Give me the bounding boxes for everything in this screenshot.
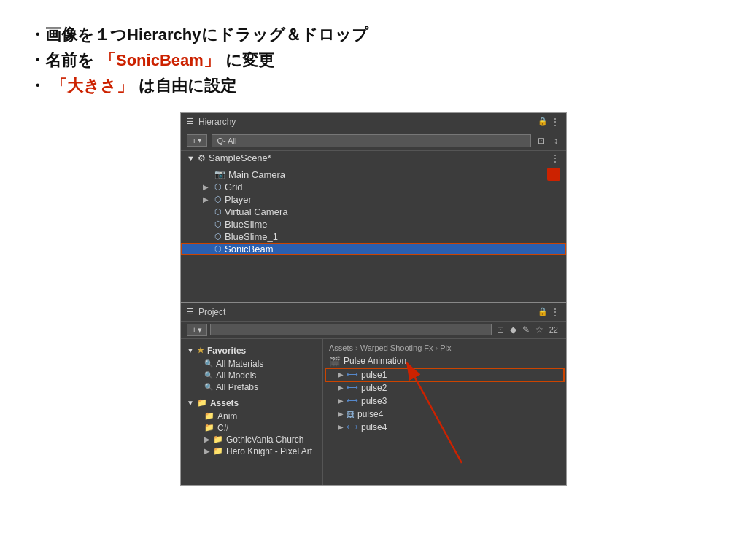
csharp-folder-icon: 📁 xyxy=(204,423,214,432)
project-all-prefabs[interactable]: 🔍 All Prefabs xyxy=(181,381,322,393)
screenshot-area: ☰ Hierarchy 🔒 ⋮ + ▾ ⊡ ↕ xyxy=(29,112,718,545)
anim-folder-icon: 📁 xyxy=(204,411,214,421)
search-icon-prefabs: 🔍 xyxy=(204,383,213,391)
hierarchy-item-blueslime[interactable]: ⬡ BlueSlime xyxy=(181,218,566,230)
project-all-models[interactable]: 🔍 All Models xyxy=(181,370,322,381)
project-breadcrumb: Assets › Warped Shooting Fx › Pix xyxy=(323,342,566,354)
pulse2-label: pulse2 xyxy=(361,383,387,393)
all-materials-label: All Materials xyxy=(216,359,263,369)
project-add-icon: + xyxy=(192,325,196,334)
camera-icon: 📷 xyxy=(214,169,225,179)
sonicbeam-icon: ⬡ xyxy=(214,244,222,254)
hierarchy-panel: ☰ Hierarchy 🔒 ⋮ + ▾ ⊡ ↕ xyxy=(181,113,566,303)
search-icon-materials: 🔍 xyxy=(204,359,213,368)
blueslime-icon: ⬡ xyxy=(214,219,222,229)
project-gothicvania-folder[interactable]: ▶ 📁 GothicVania Church xyxy=(181,434,322,446)
project-pulse1[interactable]: ▶ ⟷ pulse1 xyxy=(323,368,566,381)
grid-icon: ⬡ xyxy=(214,182,222,192)
project-header-icons: 🔒 ⋮ xyxy=(538,306,560,318)
project-filter1-icon[interactable]: ⊡ xyxy=(495,324,506,335)
project-right-panel: Assets › Warped Shooting Fx › Pix 🎬 Puls… xyxy=(323,339,566,485)
project-anim-folder[interactable]: 📁 Anim xyxy=(181,411,322,422)
gothicvania-expand[interactable]: ▶ xyxy=(204,435,210,443)
hierarchy-search-input[interactable] xyxy=(212,134,531,147)
hierarchy-item-grid[interactable]: ▶ ⬡ Grid xyxy=(181,181,566,193)
breadcrumb-pix: Pix xyxy=(440,343,451,352)
all-models-label: All Models xyxy=(216,370,256,381)
hierarchy-item-main-camera[interactable]: 📷 Main Camera xyxy=(181,168,566,181)
pulse4a-expand[interactable]: ▶ xyxy=(338,410,344,418)
project-all-materials[interactable]: 🔍 All Materials xyxy=(181,358,322,370)
breadcrumb-assets: Assets xyxy=(329,343,353,352)
blueslime1-icon: ⬡ xyxy=(214,232,222,241)
project-add-dropdown: ▾ xyxy=(198,325,202,335)
project-pulse2[interactable]: ▶ ⟷ pulse2 xyxy=(323,381,566,394)
project-add-button[interactable]: + ▾ xyxy=(187,324,207,336)
pulse4b-icon: ⟷ xyxy=(347,422,358,432)
bullet-highlight-3: 「大きさ」 xyxy=(51,73,133,98)
heroknight-expand[interactable]: ▶ xyxy=(204,447,210,455)
bullet-item-2: ・名前を 「SonicBeam」 に変更 xyxy=(29,47,718,73)
project-header: ☰ Project 🔒 ⋮ xyxy=(181,303,566,322)
hierarchy-menu-icon: ☰ xyxy=(187,117,194,126)
hierarchy-add-button[interactable]: + ▾ xyxy=(187,134,207,147)
project-search-input[interactable] xyxy=(210,324,491,335)
gothicvania-folder-icon: 📁 xyxy=(213,435,223,444)
heroknight-folder-icon: 📁 xyxy=(213,446,223,456)
camera-badge xyxy=(547,168,560,181)
pulse4b-label: pulse4 xyxy=(361,422,387,432)
project-toolbar: + ▾ ⊡ ◆ ✎ ☆ 22 xyxy=(181,322,566,339)
lock-icon: 🔒 xyxy=(538,117,548,126)
favorites-header: ▼ ★ Favorites xyxy=(181,343,322,358)
scene-expand-arrow[interactable]: ▼ xyxy=(187,154,195,163)
bullet-text-3b: は自由に設定 xyxy=(139,73,236,98)
pulse1-expand[interactable]: ▶ xyxy=(338,370,344,378)
hierarchy-content: 📷 Main Camera ▶ ⬡ Grid ▶ ⬡ Player xyxy=(181,166,566,302)
pulse4a-icon: 🖼 xyxy=(347,410,355,419)
project-csharp-folder[interactable]: 📁 C# xyxy=(181,422,322,434)
blueslime1-label: BlueSlime_1 xyxy=(225,231,278,242)
player-icon: ⬡ xyxy=(214,195,222,204)
bullet-section: ・画像を１つHierarchyにドラッグ＆ドロップ ・名前を 「SonicBea… xyxy=(29,22,718,99)
project-badge-count: 22 xyxy=(547,324,560,335)
hierarchy-item-virtual-camera[interactable]: ⬡ Virtual Camera xyxy=(181,206,566,218)
vcam-label: Virtual Camera xyxy=(225,206,287,217)
project-filter2-icon[interactable]: ◆ xyxy=(508,324,519,335)
player-label: Player xyxy=(225,194,252,205)
assets-expand[interactable]: ▼ xyxy=(187,399,194,407)
hierarchy-sort-icon[interactable]: ↕ xyxy=(551,135,560,147)
bullet-text-2b: に変更 xyxy=(225,47,274,73)
pulse3-expand[interactable]: ▶ xyxy=(338,397,344,405)
scene-dots-icon[interactable]: ⋮ xyxy=(550,152,560,164)
three-dots-icon[interactable]: ⋮ xyxy=(550,116,560,128)
project-filter3-icon[interactable]: ✎ xyxy=(520,324,532,335)
project-filter4-icon[interactable]: ☆ xyxy=(533,324,546,335)
sonicbeam-label: SonicBeam xyxy=(225,244,273,254)
hierarchy-item-blueslime1[interactable]: ⬡ BlueSlime_1 xyxy=(181,230,566,243)
pulse2-expand[interactable]: ▶ xyxy=(338,384,344,392)
pulse4b-expand[interactable]: ▶ xyxy=(338,423,344,431)
assets-label: Assets xyxy=(210,398,239,408)
bullet-item-1: ・画像を１つHierarchyにドラッグ＆ドロップ xyxy=(29,22,718,47)
pulse1-label: pulse1 xyxy=(361,370,387,380)
project-heroknight-folder[interactable]: ▶ 📁 Hero Knight - Pixel Art xyxy=(181,446,322,457)
bullet-text-1: ・画像を１つHierarchyにドラッグ＆ドロップ xyxy=(29,22,368,47)
search-icon-models: 🔍 xyxy=(204,371,213,379)
project-title: Project xyxy=(198,307,225,317)
all-prefabs-label: All Prefabs xyxy=(216,382,258,392)
project-pulse3[interactable]: ▶ ⟷ pulse3 xyxy=(323,394,566,408)
heroknight-label: Hero Knight - Pixel Art xyxy=(226,446,312,456)
favorites-expand[interactable]: ▼ xyxy=(187,346,194,354)
hierarchy-item-sonicbeam[interactable]: ⬡ SonicBeam xyxy=(181,243,566,255)
hierarchy-filter-icon[interactable]: ⊡ xyxy=(535,135,547,147)
expand-arrow-player: ▶ xyxy=(203,195,212,203)
hierarchy-item-player[interactable]: ▶ ⬡ Player xyxy=(181,193,566,206)
project-three-dots-icon[interactable]: ⋮ xyxy=(550,306,560,318)
project-pulse4b[interactable]: ▶ ⟷ pulse4 xyxy=(323,421,566,434)
unity-editor-screenshot: ☰ Hierarchy 🔒 ⋮ + ▾ ⊡ ↕ xyxy=(180,112,567,486)
scene-left: ▼ ⚙ SampleScene* xyxy=(187,152,271,163)
project-lock-icon: 🔒 xyxy=(538,307,548,316)
project-pulse4a[interactable]: ▶ 🖼 pulse4 xyxy=(323,408,566,421)
bullet-item-3: ・ 「大きさ」 は自由に設定 xyxy=(29,73,718,98)
bullet-text-2a: ・名前を xyxy=(29,47,94,73)
